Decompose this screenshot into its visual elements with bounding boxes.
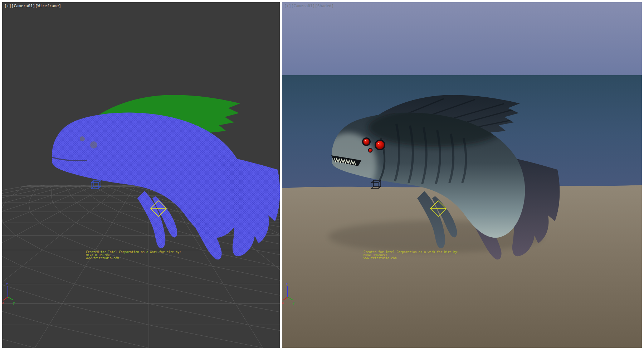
viewport-area: z x y [+][Camera01][Wireframe] Created f…: [0, 0, 644, 350]
axis-y-label: y: [13, 301, 15, 305]
sky: [282, 2, 642, 75]
credits-line-3: www.frizstudio.com: [86, 257, 181, 260]
viewport-shaded[interactable]: z x y [+][Camera01][Shaded] Created for …: [282, 2, 642, 348]
credits-line-3: www.frizstudio.com: [364, 257, 459, 260]
axis-z-label: z: [6, 282, 8, 286]
credits-text: Created for Intel Corporation as a work …: [364, 251, 459, 260]
credits-text: Created for Intel Corporation as a work …: [86, 251, 181, 260]
shaded-canvas[interactable]: z x y: [282, 2, 642, 348]
eye-left: [80, 136, 85, 141]
viewport-wireframe[interactable]: z x y [+][Camera01][Wireframe] Created f…: [2, 2, 280, 348]
axis-z-label: z: [286, 282, 288, 286]
viewport-label[interactable]: [+][Camera01][Wireframe]: [4, 4, 61, 8]
axis-x-label: x: [2, 301, 4, 305]
eye-right: [90, 141, 97, 149]
viewport-label[interactable]: [+][Camera01][Shaded]: [284, 4, 334, 8]
axis-y-label: y: [293, 301, 295, 305]
axis-x-label: x: [282, 301, 284, 305]
wireframe-canvas[interactable]: z x y: [2, 2, 280, 348]
